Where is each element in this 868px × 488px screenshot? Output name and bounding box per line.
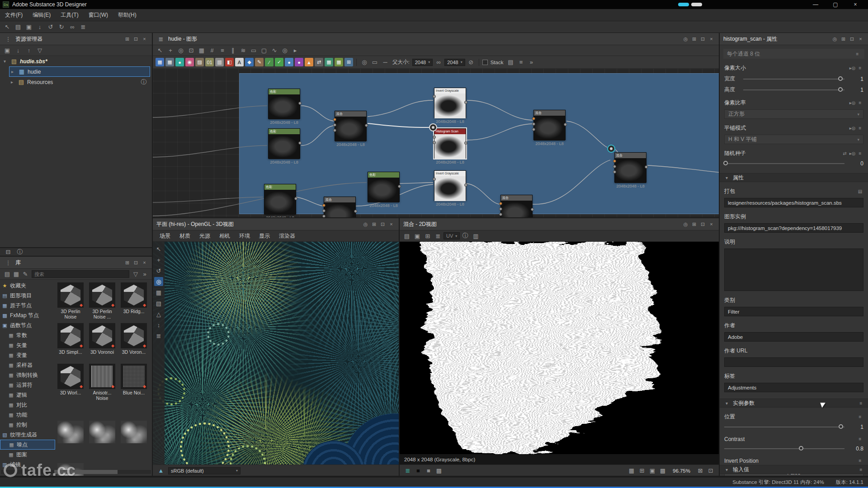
fx-icon[interactable]: ≡ (858, 400, 864, 407)
normal-node-icon[interactable]: ▲ (305, 58, 313, 66)
menu-item[interactable]: 编辑(E) (28, 11, 56, 19)
colorspace-icon[interactable]: ▲ (156, 466, 165, 475)
node-output-pin[interactable] (294, 197, 297, 200)
library-thumbnail[interactable]: ◆3D Perlin Noise ... (89, 282, 116, 319)
view2d-canvas[interactable] (400, 242, 719, 454)
graph-node[interactable]: Invert Grayscale (434, 88, 466, 118)
info-icon[interactable]: ⓘ (139, 78, 148, 87)
node-output-pin[interactable] (398, 185, 401, 188)
graph-canvas[interactable]: 色彩2048x2048 - L8色彩2048x2048 - L8混合2048x2… (153, 69, 719, 217)
folder-icon[interactable]: ▦ (12, 270, 21, 279)
fx-icon[interactable]: ≡ (858, 466, 864, 473)
minimize-button[interactable]: — (806, 0, 826, 9)
instance-params-section[interactable]: ▾实例参数≡ (720, 399, 868, 408)
import-icon[interactable]: ↓ (35, 23, 44, 32)
cursor-icon[interactable]: ↖ (3, 23, 12, 32)
export-icon[interactable]: ↑ (24, 46, 33, 55)
save-icon[interactable]: ▣ (413, 231, 422, 240)
channels-icon[interactable]: ≣ (403, 466, 412, 475)
parent-height-select[interactable]: 2048▾ (444, 59, 465, 66)
float-icon[interactable]: ⊞ (123, 259, 131, 267)
node-output-pin[interactable] (298, 102, 302, 105)
graph-node[interactable]: 混合 (324, 197, 356, 217)
node-input-pin[interactable] (499, 213, 502, 216)
parent-width-select[interactable]: 2048▾ (412, 59, 433, 66)
node-input-pin[interactable] (613, 170, 616, 174)
close-icon[interactable]: × (141, 35, 148, 43)
float-icon[interactable]: ⊞ (690, 221, 698, 228)
node-input-pin[interactable] (499, 202, 502, 205)
frame-icon[interactable]: ▢ (259, 46, 269, 55)
uniform-color-node-icon[interactable]: ▦ (156, 58, 164, 66)
fx-icon[interactable]: ≡ (857, 436, 863, 442)
node-input-pin[interactable] (433, 141, 436, 144)
node-input-pin[interactable] (322, 209, 326, 212)
edit-icon[interactable]: ✎ (21, 270, 30, 279)
tags-field[interactable]: Adjustments (724, 383, 863, 392)
node-input-pin[interactable] (532, 128, 535, 131)
levels-node-icon[interactable]: ✓ (275, 58, 283, 66)
library-category[interactable]: ▣函数节点 (0, 320, 55, 330)
curve-node-icon[interactable]: ◧ (225, 58, 234, 66)
blur-node-icon[interactable]: ● (285, 58, 293, 66)
fx-icon[interactable]: ≡ (857, 413, 863, 420)
graph-row[interactable]: ▸ ▦ hudie (9, 66, 150, 77)
select-icon[interactable]: ↖ (156, 46, 165, 55)
category-field[interactable]: Filter (724, 307, 863, 316)
width-slider[interactable] (743, 79, 844, 80)
wire-dot-node[interactable] (429, 123, 437, 131)
filter-icon[interactable]: ▽ (35, 46, 44, 55)
close-button[interactable]: × (845, 0, 865, 9)
graph-node[interactable]: 混合 (614, 152, 646, 183)
float-icon[interactable]: ⊞ (840, 35, 847, 43)
height-slider[interactable] (743, 89, 844, 90)
node-input-pin[interactable] (333, 123, 336, 127)
graph-node[interactable]: 色彩 (368, 172, 400, 202)
maximize-icon[interactable]: ⊡ (848, 35, 856, 43)
pan-icon[interactable]: + (166, 46, 175, 55)
node-input-pin[interactable] (322, 204, 326, 207)
zoom-icon[interactable]: ◎ (176, 46, 185, 55)
node-output-pin[interactable] (645, 165, 648, 169)
resources-row[interactable]: ▸ ▤ Resources ⓘ (0, 77, 152, 87)
contrast-slider[interactable] (724, 448, 844, 449)
float-icon[interactable]: ⊞ (690, 35, 698, 43)
distribute-icon[interactable]: ≋ (239, 46, 248, 55)
close-icon[interactable]: × (708, 35, 715, 43)
zoom-level[interactable]: 96.75% (673, 468, 690, 474)
menu-item[interactable]: 工具(T) (56, 11, 83, 19)
library-item[interactable]: ▦常数 (0, 330, 55, 340)
warp-node-icon[interactable]: ● (295, 58, 303, 66)
maximize-icon[interactable]: ⊡ (132, 259, 140, 267)
float-icon[interactable]: ⊞ (123, 35, 131, 43)
mirror-icon[interactable]: ▣ (648, 466, 657, 475)
library-category[interactable]: ▧纹理生成器 (0, 430, 55, 440)
orbit-icon[interactable]: ↺ (154, 266, 163, 275)
comment-icon[interactable]: ▭ (249, 46, 258, 55)
open-icon[interactable]: ▤ (14, 23, 23, 32)
author-field[interactable]: Adobe (724, 332, 863, 342)
library-item[interactable]: ▦采样器 (0, 360, 55, 370)
snap-icon[interactable]: # (208, 46, 217, 55)
node-input-pin[interactable] (613, 165, 616, 168)
stack-checkbox[interactable] (482, 60, 488, 65)
seed-slider[interactable] (724, 163, 844, 164)
link-icon[interactable]: ∞ (68, 23, 77, 32)
library-item[interactable]: ▦噪点 (0, 440, 55, 450)
info-icon[interactable]: ⓘ (461, 231, 470, 240)
tiling-mode-select[interactable]: H 和 V 平铺▾ (724, 135, 863, 144)
package-path-field[interactable]: lesigner/resources/packages/histogram_sc… (724, 198, 863, 207)
position-slider[interactable] (724, 427, 844, 427)
value-node-icon[interactable]: 01 (205, 58, 214, 66)
library-category[interactable]: ▩FxMap 节点 (0, 310, 55, 320)
play-icon[interactable]: ▸ (291, 46, 300, 55)
library-item[interactable]: ▦功能 (0, 410, 55, 420)
grid-icon[interactable]: ▦ (627, 466, 636, 475)
splatter-node-icon[interactable]: ◉ (185, 58, 194, 66)
node-output-pin[interactable] (354, 210, 357, 213)
list-icon[interactable]: ≣ (154, 331, 163, 340)
no-link-icon[interactable]: ⊘ (467, 58, 476, 67)
expose-icon[interactable]: ▸◎ (849, 125, 856, 131)
library-item[interactable]: ▦图案 (0, 450, 55, 460)
view3d-menu-item[interactable]: 光源 (195, 232, 214, 240)
